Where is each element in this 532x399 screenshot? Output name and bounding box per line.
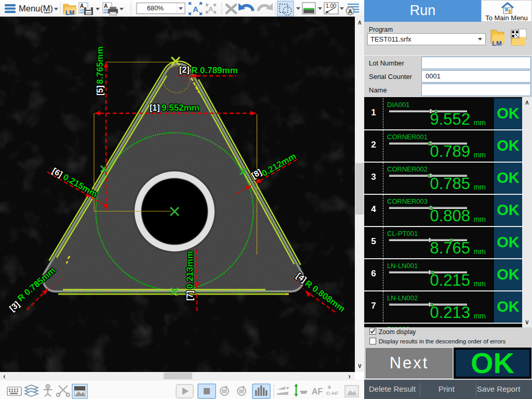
svg-text:AF: AF	[312, 387, 323, 396]
svg-text:LM: LM	[492, 39, 502, 47]
svg-text:1.00: 1.00	[326, 3, 337, 9]
svg-text:8.765mm: 8.765mm	[95, 46, 105, 84]
svg-text:A: A	[208, 5, 214, 13]
svg-text:[1]: [1]	[150, 103, 160, 112]
svg-text:R 0.789mm: R 0.789mm	[191, 65, 238, 75]
svg-text:[7]: [7]	[185, 290, 194, 301]
svg-text:A: A	[193, 5, 198, 14]
svg-text:680%: 680%	[147, 5, 164, 12]
svg-text:A: A	[80, 3, 84, 9]
svg-text:A: A	[104, 3, 108, 9]
svg-text:LM: LM	[65, 9, 74, 17]
svg-text:A: A	[348, 8, 352, 15]
svg-text:[2]: [2]	[179, 65, 190, 74]
svg-text:9.552mm: 9.552mm	[162, 103, 200, 113]
svg-text:0.213mm: 0.213mm	[185, 251, 195, 289]
svg-text:Menu(M): Menu(M)	[19, 4, 53, 13]
svg-text:C-AF: C-AF	[326, 390, 338, 396]
svg-text:[5]: [5]	[96, 85, 104, 96]
